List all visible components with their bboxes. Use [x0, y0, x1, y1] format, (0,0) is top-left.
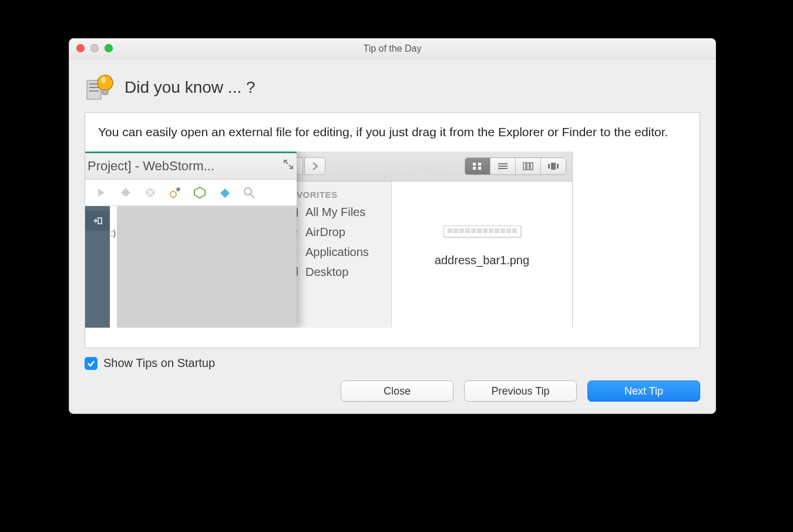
sidebar-item-label: AirDrop [305, 225, 345, 239]
webstorm-title: Project] - WebStorm... [88, 159, 214, 174]
svg-point-33 [170, 191, 176, 197]
file-thumbnail[interactable] [443, 225, 521, 237]
show-tips-checkbox[interactable] [85, 357, 98, 370]
lightbulb-icon [85, 71, 117, 104]
svg-rect-6 [102, 90, 108, 95]
titlebar: Tip of the Day [69, 39, 715, 59]
webstorm-body: :) [85, 206, 297, 328]
view-coverflow-icon[interactable] [541, 158, 566, 174]
show-tips-row: Show Tips on Startup [85, 356, 700, 370]
sidebar-item-label: Desktop [305, 265, 348, 279]
heading: Did you know ... ? [125, 78, 256, 97]
button-label: Close [384, 385, 411, 398]
next-tip-button[interactable]: Next Tip [587, 381, 700, 402]
tip-text: You can easily open an external file for… [98, 123, 687, 141]
button-row: Close Previous Tip Next Tip [85, 381, 700, 402]
finder-file-view: address_bar1.png [392, 181, 572, 328]
svg-point-5 [101, 76, 106, 83]
webstorm-window: Project] - WebStorm... [85, 151, 297, 328]
toolwindow-tab-icon[interactable] [85, 211, 110, 231]
svg-rect-17 [548, 164, 550, 169]
button-label: Next Tip [624, 385, 663, 398]
close-button[interactable]: Close [341, 381, 453, 402]
window-controls [76, 44, 113, 52]
finder-window: FAVORITES All My Files [273, 151, 573, 328]
sidebar-item-label: Applications [305, 245, 369, 259]
nav-forward-icon[interactable] [304, 157, 325, 175]
button-label: Previous Tip [491, 385, 549, 398]
svg-rect-18 [551, 163, 556, 170]
sidebar-item-label: All My Files [305, 206, 365, 219]
tip-illustration: FAVORITES All My Files [85, 151, 573, 328]
file-label: address_bar1.png [435, 254, 529, 267]
svg-rect-16 [530, 163, 533, 170]
webstorm-toolbar [85, 180, 297, 206]
svg-rect-7 [473, 163, 476, 166]
svg-point-34 [244, 188, 251, 195]
tip-panel: You can easily open an external file for… [85, 112, 700, 348]
debug-icon[interactable] [118, 185, 133, 200]
dialog-content: Did you know ... ? You can easily open a… [69, 59, 715, 413]
finder-toolbar [274, 151, 572, 181]
finder-body: FAVORITES All My Files [274, 181, 572, 328]
svg-point-4 [98, 75, 113, 90]
view-list-icon[interactable] [490, 158, 516, 174]
window-title: Tip of the Day [69, 43, 715, 54]
previous-tip-button[interactable]: Previous Tip [464, 381, 577, 402]
svg-rect-9 [473, 167, 476, 170]
close-window-icon[interactable] [76, 44, 85, 52]
run-icon[interactable] [93, 185, 109, 200]
fullscreen-icon[interactable] [283, 159, 294, 174]
finder-view-group [465, 157, 566, 175]
svg-rect-19 [557, 164, 559, 169]
webstorm-titlebar: Project] - WebStorm... [85, 151, 297, 180]
dart-icon[interactable] [217, 185, 232, 200]
zoom-window-icon[interactable] [105, 44, 113, 52]
view-icons-icon[interactable] [465, 158, 490, 174]
svg-rect-15 [527, 163, 529, 170]
webstorm-toolwindow-bar [85, 206, 110, 328]
project-tree[interactable] [117, 206, 297, 328]
search-icon[interactable] [241, 185, 257, 200]
nodejs-icon[interactable] [192, 185, 207, 200]
view-columns-icon[interactable] [516, 158, 541, 174]
tip-of-the-day-dialog: Tip of the Day Did you know ... ? You ca… [69, 38, 716, 414]
settings-icon[interactable] [167, 185, 183, 200]
svg-rect-10 [478, 167, 481, 170]
svg-rect-14 [523, 163, 526, 170]
svg-rect-8 [478, 163, 481, 166]
svg-rect-36 [98, 218, 102, 224]
editor-gutter: :) [110, 206, 117, 328]
coverage-icon[interactable] [143, 185, 158, 200]
svg-line-35 [251, 194, 254, 198]
minimize-window-icon[interactable] [90, 44, 99, 52]
heading-row: Did you know ... ? [85, 71, 700, 104]
show-tips-label: Show Tips on Startup [103, 356, 215, 370]
